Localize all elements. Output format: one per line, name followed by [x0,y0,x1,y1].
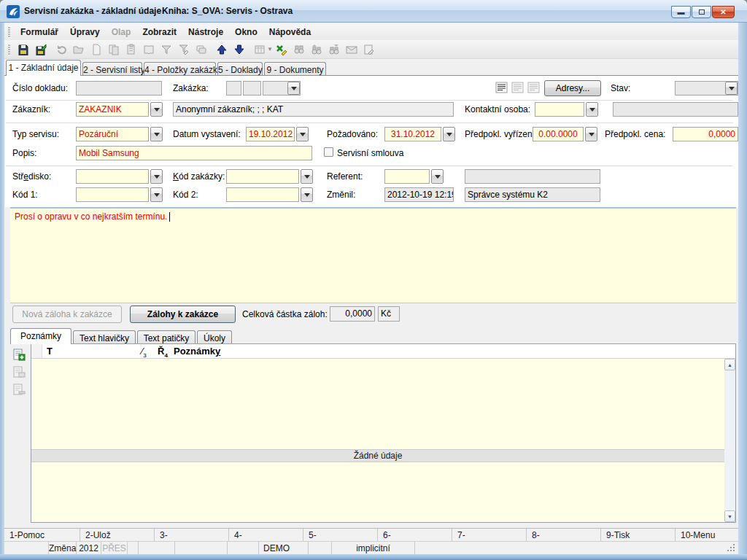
menu-olap[interactable]: Olap [106,25,137,39]
undo-icon[interactable] [53,42,70,58]
kod2-field[interactable] [226,187,299,202]
fkey-6[interactable]: 6- [378,529,452,541]
scroll-up-icon[interactable]: ▲ [724,359,735,370]
notes-table[interactable]: T ⁄3 Ř4 Poznámky Žádné údaje ▲ ▼ [31,343,736,523]
tab-doklady[interactable]: 5 - Doklady [217,62,263,76]
notes-tab-text-paticky[interactable]: Text patičky [137,330,196,344]
menu-formular[interactable]: Formulář [15,25,64,39]
notes-tab-ukoly[interactable]: Úkoly [197,330,232,344]
add-note-icon[interactable] [12,348,26,361]
send-email-icon[interactable] [343,42,360,58]
typ-servisu-dropdown-button[interactable] [150,127,163,141]
referent-field[interactable] [384,169,430,184]
typ-servisu-field[interactable]: Pozáruční [76,127,149,141]
tab-polozky-zakazky[interactable]: 4 - Položky zakázky [144,62,216,76]
fkey-10[interactable]: 10-Menu [676,529,738,541]
predpokl-vyrizeni-field[interactable]: 0.00.0000 [533,127,584,141]
fkey-9[interactable]: 9-Tisk [601,529,676,541]
clear-filter-icon[interactable] [193,42,210,58]
open-icon[interactable] [70,42,88,58]
servisni-smlouva-checkbox[interactable] [324,147,333,157]
confirm-changes-icon[interactable] [273,42,290,58]
notes-tab-text-hlavicky[interactable]: Text hlavičky [73,330,136,344]
kod1-field[interactable] [76,187,149,202]
cislo-dokladu-field[interactable] [76,81,162,96]
menu-upravy[interactable]: Úpravy [64,25,106,39]
kod2-dropdown-button[interactable] [301,187,313,202]
book-icon[interactable] [140,42,158,58]
pozadovano-field[interactable]: 31.10.2012 [384,127,441,141]
notes-col-r[interactable]: Ř4 [158,346,168,359]
kod1-dropdown-button[interactable] [150,187,163,202]
menu-okno[interactable]: Okno [229,25,263,39]
fkey-1[interactable]: 1-Pomoc [4,529,80,541]
fkey-5[interactable]: 5- [303,529,378,541]
view-settings-icon[interactable] [251,42,268,58]
save-icon[interactable] [15,42,32,58]
fkey-8[interactable]: 8- [527,529,601,541]
zakaznik-detail-field[interactable]: Anonymní zákazník; ; ; KAT [173,102,454,117]
notes-tab-poznamky[interactable]: Poznámky [10,328,71,344]
referent-detail-field[interactable] [465,169,600,184]
fkey-7[interactable]: 7- [452,529,527,541]
referent-dropdown-button[interactable] [431,169,444,184]
minimize-button[interactable]: ▬ [671,6,691,18]
notes-scrollbar[interactable]: ▲ ▼ [724,359,735,522]
pozadovano-dropdown-button[interactable] [443,127,455,141]
find-icon[interactable] [290,42,308,58]
tab-dokumenty[interactable]: 9 - Dokumenty [264,62,326,76]
filter-edit-icon[interactable] [175,42,193,58]
popis-field[interactable]: Mobil Samsung [76,146,312,160]
address-view1-icon[interactable] [495,82,508,96]
next-record-icon[interactable] [231,42,248,58]
notes-col-type[interactable]: T [47,346,53,357]
celkova-castka-field[interactable]: 0,0000 [330,306,375,322]
tab-servisni-listy[interactable]: 2 - Servisní listy [82,62,142,76]
kontaktni-osoba-field[interactable] [535,102,584,117]
tab-zakladni-udaje[interactable]: 1 - Základní údaje [6,60,81,76]
kontaktni-osoba-dropdown-button[interactable] [586,102,598,117]
maximize-button[interactable] [692,6,711,18]
address-view2-icon[interactable] [511,82,524,96]
menu-napoveda[interactable]: Nápověda [263,25,317,39]
save-and-close-icon[interactable] [32,42,50,58]
find-next-icon[interactable] [325,42,343,58]
zakazka-segment2-field[interactable] [243,81,261,96]
datum-vystaveni-field[interactable]: 19.10.2012 [246,127,295,141]
kod-zakazky-field[interactable] [226,169,299,184]
copy-document-icon[interactable] [105,42,123,58]
paste-document-icon[interactable] [123,42,140,58]
menu-nastroje[interactable]: Nástroje [182,25,229,39]
menu-zobrazit[interactable]: Zobrazit [136,25,182,39]
view-settings-caret-icon[interactable]: ▼ [267,46,273,52]
scroll-down-icon[interactable]: ▼ [724,510,735,522]
kod-zakazky-dropdown-button[interactable] [301,169,313,184]
edit-note-icon[interactable] [12,365,26,378]
fkey-4[interactable]: 4- [229,529,303,541]
datum-vystaveni-dropdown-button[interactable] [296,127,309,141]
kontaktni-osoba-detail-field[interactable] [613,102,738,117]
zmenil-timestamp-field[interactable]: 2012-10-19 12:19 [384,187,454,202]
delete-note-icon[interactable] [12,383,26,396]
stav-dropdown-button[interactable] [725,82,738,95]
address-view3-icon[interactable] [527,82,540,96]
memo-textarea[interactable]: Prosí o opravu v co nejkratším termínu. [10,207,736,303]
resize-grip-icon[interactable] [727,544,736,553]
zakaznik-dropdown-button[interactable] [150,102,163,117]
zmenil-user-field[interactable]: Správce systému K2 [465,187,600,202]
stredisko-dropdown-button[interactable] [150,169,163,184]
zakazka-dropdown-button[interactable] [287,82,300,95]
edit-text-icon[interactable] [360,42,378,58]
fkey-2[interactable]: 2-Ulož [80,529,155,541]
notes-table-body[interactable]: Žádné údaje [31,359,724,522]
stredisko-field[interactable] [76,169,149,184]
fkey-3[interactable]: 3- [155,529,229,541]
predpokl-vyrizeni-dropdown-button[interactable] [585,127,597,141]
notes-col-slash[interactable]: ⁄3 [142,346,147,359]
zalohy-k-zakazce-button[interactable]: Zálohy k zakázce [130,306,236,323]
predpokl-cena-field[interactable]: 0,0000 [673,127,738,141]
zakazka-segment1-field[interactable] [226,81,241,96]
notes-col-poznamky[interactable]: Poznámky [174,346,220,357]
previous-record-icon[interactable] [213,42,231,58]
nova-zaloha-button[interactable]: Nová záloha k zakázce [12,306,122,323]
